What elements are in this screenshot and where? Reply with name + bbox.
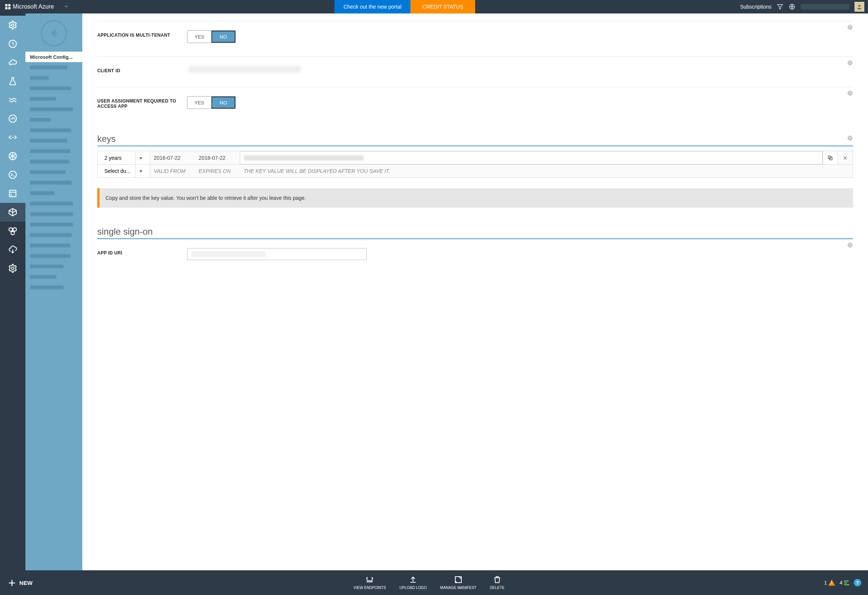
chevron-down-icon: ▾ [135,155,146,161]
key-duration-value: 2 years [101,151,135,164]
sidebar-item[interactable] [25,146,82,156]
arrow-left-icon [48,27,60,40]
rail-item-settings-bottom[interactable] [0,259,25,278]
help-button[interactable]: ? [847,24,853,32]
help-button[interactable]: ? [847,60,853,67]
section-keys-label: keys [97,134,116,144]
upload-icon [409,575,418,584]
key-value-obscured [240,151,823,164]
key-row: 2 years ▾ 2016-07-22 2018-07-22 [97,151,853,164]
sidebar-item[interactable] [25,156,82,167]
multi-tenant-no[interactable]: NO [211,31,235,43]
multi-tenant-label: APPLICATION IS MULTI-TENANT [97,30,187,38]
key-value-placeholder: THE KEY VALUE WILL BE DISPLAYED AFTER YO… [240,165,853,177]
user-assignment-no[interactable]: NO [211,97,235,109]
view-endpoints-button[interactable]: VIEW ENDPOINTS [354,575,386,590]
avatar[interactable] [855,2,864,12]
sidebar-item[interactable] [25,188,82,198]
sidebar-item-obscured [30,265,64,268]
status-ok[interactable]: 4 [840,580,849,586]
rail-item-cloud-download[interactable] [0,240,25,259]
help-button[interactable]: ? [854,579,861,586]
help-button[interactable]: ? [847,133,853,143]
sidebar-item[interactable] [25,83,82,94]
key-duration-select[interactable]: 2 years ▾ [98,151,150,164]
back-button[interactable] [41,20,67,46]
rail-item-active-directory[interactable] [0,203,25,222]
upload-logo-button[interactable]: UPLOAD LOGO [400,575,427,590]
sidebar-item[interactable] [25,73,82,83]
svg-point-2 [858,5,860,7]
sidebar-item-selected[interactable]: Microsoft Config... [25,52,82,62]
app-id-uri-input[interactable] [187,248,367,260]
delete-key-button[interactable] [838,151,853,164]
sidebar-item[interactable] [25,177,82,188]
sidebar-item-obscured [30,97,56,101]
client-id-value-obscured [189,66,301,73]
manage-manifest-button[interactable]: MANAGE MANIFEST [440,575,477,590]
key-valid-from-header: VALID FROM [150,165,195,177]
sidebar-item[interactable] [25,261,82,272]
user-assignment-label: USER ASSIGNMENT REQUIRED TO ACCESS APP [97,96,187,109]
rail-item-remote[interactable] [0,165,25,184]
sidebar-item[interactable] [25,240,82,251]
brand[interactable]: Microsoft Azure [0,3,59,10]
rail-item-storage[interactable] [0,184,25,203]
svg-point-9 [12,267,14,270]
subscriptions-link[interactable]: Subscriptions [740,4,771,10]
brand-dropdown[interactable] [59,4,73,10]
rail-item-scheduler[interactable] [0,34,25,53]
sidebar-item-obscured [30,202,73,205]
sidebar-item[interactable] [25,272,82,282]
username-obscured [801,4,849,9]
credit-status-button[interactable]: CREDIT STATUS [410,0,475,13]
endpoints-icon [365,575,374,584]
section-sso: single sign-on [97,226,853,239]
rail-item-analytics[interactable] [0,109,25,128]
ok-count: 4 [840,580,843,586]
rail-item-settings-top[interactable] [0,16,25,34]
help-icon: ? [847,135,853,141]
sidebar-item[interactable] [25,219,82,230]
copy-key-button[interactable] [823,151,838,164]
sidebar-item[interactable] [25,125,82,135]
globe-icon[interactable] [789,3,795,10]
sidebar-item-obscured [30,181,72,184]
help-button[interactable]: ? [847,242,853,250]
sidebar-item[interactable] [25,251,82,261]
section-keys: keys ? [97,134,853,146]
delete-button[interactable]: DELETE [490,575,504,590]
sidebar-item[interactable] [25,209,82,219]
help-button[interactable]: ? [847,90,853,98]
sidebar-item[interactable] [25,104,82,115]
user-assignment-yes[interactable]: YES [187,97,211,109]
rail-item-stream[interactable] [0,91,25,109]
key-duration-select[interactable]: Select du... ▾ [98,165,150,177]
rail-item-network[interactable] [0,147,25,165]
new-button[interactable]: + NEW [0,576,41,589]
new-portal-link[interactable]: Check out the new portal [334,0,410,13]
multi-tenant-yes[interactable]: YES [187,31,211,43]
sidebar-item[interactable] [25,198,82,209]
plus-icon: + [8,576,16,589]
warning-icon: ! [828,580,835,586]
rail-item-labs[interactable] [0,72,25,91]
sidebar-item[interactable] [25,94,82,104]
sidebar-item[interactable] [25,115,82,125]
sidebar-item[interactable] [25,62,82,73]
rail-item-modules[interactable] [0,222,25,240]
rail-item-api[interactable] [0,128,25,147]
sidebar-item[interactable] [25,135,82,146]
sidebar-item-obscured [30,212,73,216]
sidebar-item[interactable] [25,282,82,293]
sidebar-item-obscured [30,191,54,195]
svg-text:?: ? [849,243,851,247]
sidebar-item[interactable] [25,167,82,177]
filter-icon[interactable] [777,3,783,10]
rail-item-cloud[interactable] [0,53,25,72]
sidebar-item[interactable] [25,230,82,240]
status-warnings[interactable]: 1 ! [824,580,835,586]
trash-icon [493,575,502,584]
sidebar-item-obscured [30,118,51,122]
sidebar-item-obscured [30,233,72,237]
